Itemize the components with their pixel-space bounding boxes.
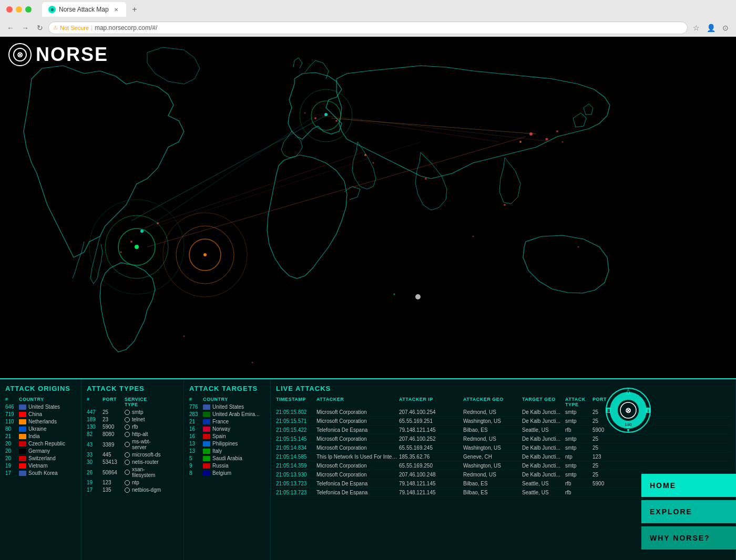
origin-row: 719 China <box>5 411 76 417</box>
account-button[interactable]: 👤 <box>704 22 717 34</box>
svg-point-30 <box>578 246 579 248</box>
live-ageo: Bilbao, ES <box>463 427 521 433</box>
origin-count: 20 <box>5 448 18 454</box>
type-row: 17 135 netbios-dgm <box>87 487 178 493</box>
type-count: 130 <box>87 424 101 430</box>
live-ip: 207.46.100.254 <box>399 409 462 415</box>
svg-point-27 <box>183 336 185 337</box>
live-ts: 21:05:13.723 <box>276 481 315 486</box>
svg-point-41 <box>415 294 421 299</box>
type-port: 8080 <box>103 431 124 437</box>
live-col-type: ATTACK TYPE <box>565 397 591 407</box>
type-count: 447 <box>87 409 101 415</box>
forward-button[interactable]: → <box>19 22 32 34</box>
type-icon <box>125 432 130 437</box>
target-row: 13 Philippines <box>189 441 265 447</box>
target-count: 776 <box>189 404 202 410</box>
flag <box>19 434 26 439</box>
type-service: smtp <box>132 409 144 415</box>
svg-text:+: + <box>626 388 630 395</box>
flag <box>19 441 26 447</box>
reload-button[interactable]: ↻ <box>34 22 46 34</box>
country-name: South Korea <box>28 470 58 476</box>
new-tab-button[interactable]: + <box>128 3 141 16</box>
type-icon <box>125 452 130 458</box>
live-ip: 79.148.121.145 <box>399 481 462 486</box>
country-name: Ukraine <box>28 426 46 432</box>
live-ip: 79.148.121.145 <box>399 427 462 433</box>
target-country: Saudi Arabia <box>212 455 242 461</box>
origin-row: 80 Ukraine <box>5 426 76 432</box>
type-icon <box>125 470 130 475</box>
live-tgeo: Seattle, US <box>522 427 564 433</box>
separator: | <box>91 25 93 31</box>
origin-row: 17 South Korea <box>5 470 76 476</box>
origin-count: 21 <box>5 433 18 439</box>
tab-close-button[interactable]: ✕ <box>113 6 120 13</box>
type-service: telnet <box>132 417 145 422</box>
live-ts: 21:05:15.802 <box>276 409 315 415</box>
nav-explore-label: EXPLORE <box>650 507 692 516</box>
live-col-attacker: ATTACKER <box>316 397 398 407</box>
live-col-ts: TIMESTAMP <box>276 397 315 407</box>
country-name: Netherlands <box>28 419 57 424</box>
types-header: # PORT SERVICE TYPE <box>87 397 178 407</box>
type-port: 135 <box>103 487 124 493</box>
nav-why-button[interactable]: WHY NORSE? <box>641 526 736 549</box>
target-flag <box>203 463 210 469</box>
svg-text:⏸: ⏸ <box>606 408 611 413</box>
live-col-ip: ATTACKER IP <box>399 397 462 407</box>
nav-home-button[interactable]: HOME <box>641 474 736 497</box>
target-flag <box>203 449 210 454</box>
flag <box>19 427 26 432</box>
type-row: 30 53413 netis-router <box>87 459 178 465</box>
targets-header: # COUNTRY <box>189 397 265 402</box>
types-title: ATTACK TYPES <box>87 385 178 392</box>
target-flag <box>203 419 210 424</box>
type-icon <box>125 410 130 415</box>
live-ageo: Bilbao, ES <box>463 490 521 495</box>
origin-row: 646 United States <box>5 404 76 410</box>
norse-logo-icon: ⊗ <box>8 43 32 66</box>
live-ip: 65.55.169.250 <box>399 463 462 469</box>
live-attacker: Microsoft Corporation <box>316 418 398 424</box>
norse-logo-text: NORSE <box>36 44 108 66</box>
nav-explore-button[interactable]: EXPLORE <box>641 500 736 523</box>
targets-title: ATTACK TARGETS <box>189 385 265 392</box>
targets-rows: 776 United States 283 United Arab Emira.… <box>189 404 265 476</box>
country-name: United States <box>28 404 60 410</box>
origins-section: ATTACK ORIGINS # COUNTRY 646 United Stat… <box>0 379 81 560</box>
live-attacker: Microsoft Corporation <box>316 436 398 442</box>
extensions-button[interactable]: ⊙ <box>719 22 732 34</box>
target-country: Italy <box>212 448 222 454</box>
origins-title: ATTACK ORIGINS <box>5 385 76 392</box>
live-col-tgeo: TARGET GEO <box>522 397 564 407</box>
target-flag <box>203 412 210 417</box>
live-ageo: Washington, US <box>463 463 521 469</box>
type-count: 33 <box>87 452 101 458</box>
type-row: 19 123 ntp <box>87 480 178 485</box>
types-col-empty <box>162 397 178 407</box>
origin-count: 17 <box>5 470 18 476</box>
live-ts: 21:05:14.359 <box>276 463 315 469</box>
address-bar[interactable]: ⚠ Not Secure | map.norsecorp.com/#/ <box>48 22 688 34</box>
active-tab[interactable]: ⊗ Norse Attack Map ✕ <box>42 2 126 17</box>
svg-point-19 <box>519 141 522 143</box>
window-controls <box>6 6 32 13</box>
target-flag <box>203 456 210 461</box>
back-button[interactable]: ← <box>4 22 17 34</box>
live-type: smtp <box>565 463 591 469</box>
flag <box>19 471 26 476</box>
minimize-button[interactable] <box>16 6 22 13</box>
close-button[interactable] <box>6 6 13 13</box>
live-attacker: Microsoft Corporation <box>316 463 398 469</box>
target-country: United Arab Emira... <box>212 411 259 417</box>
title-bar: ⊗ Norse Attack Map ✕ + <box>0 0 736 19</box>
bookmark-button[interactable]: ☆ <box>690 22 702 34</box>
maximize-button[interactable] <box>25 6 32 13</box>
live-type: ntp <box>565 454 591 460</box>
map-area: ⊗ NORSE <box>0 37 736 378</box>
live-port: 5900 <box>592 481 611 486</box>
svg-point-29 <box>504 204 506 206</box>
svg-point-21 <box>562 141 564 143</box>
